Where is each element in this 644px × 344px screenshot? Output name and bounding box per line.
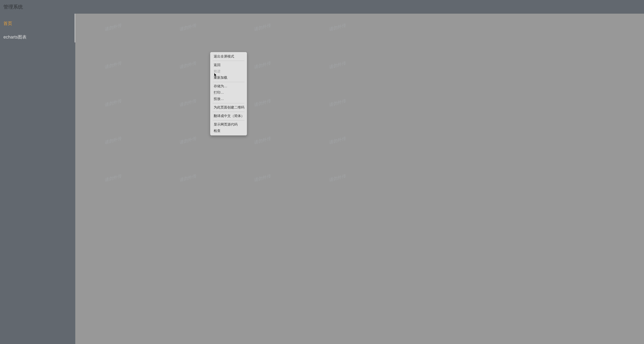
watermark: 请勿外传 — [253, 23, 272, 33]
content-area[interactable]: 请勿外传请勿外传请勿外传请勿外传请勿外传请勿外传请勿外传请勿外传请勿外传请勿外传… — [75, 14, 644, 344]
watermark: 请勿外传 — [253, 136, 272, 146]
watermark: 请勿外传 — [104, 173, 122, 183]
watermark: 请勿外传 — [178, 173, 197, 183]
header: 管理系统 — [0, 0, 644, 14]
context-menu-item[interactable]: 检查 — [210, 128, 247, 134]
context-menu-item[interactable]: 打印… — [210, 90, 247, 96]
context-menu-divider — [213, 112, 244, 112]
context-menu-item[interactable]: 退出全屏模式 — [210, 53, 247, 60]
context-menu-item[interactable]: 返回 — [210, 62, 247, 68]
sidebar-item-home[interactable]: 首页 — [0, 17, 75, 30]
context-menu-item[interactable]: 投放… — [210, 96, 247, 102]
watermark: 请勿外传 — [328, 136, 346, 146]
context-menu-item[interactable]: 存储为… — [210, 83, 247, 90]
sidebar-item-label: echarts图表 — [4, 34, 26, 40]
watermark: 请勿外传 — [178, 98, 197, 108]
context-menu-divider — [213, 120, 244, 120]
context-menu: 退出全屏模式返回前进重新加载存储为…打印…投放…为此页面创建二维码翻译成中文（简… — [210, 52, 247, 136]
sidebar-item-label: 首页 — [4, 21, 12, 26]
context-menu-divider — [213, 61, 244, 61]
context-menu-item[interactable]: 翻译成中文（简体） — [210, 113, 247, 119]
context-menu-divider — [213, 103, 244, 103]
main-container: 首页 echarts图表 请勿外传请勿外传请勿外传请勿外传请勿外传请勿外传请勿外… — [0, 14, 644, 344]
watermark: 请勿外传 — [253, 98, 272, 108]
watermark: 请勿外传 — [178, 23, 197, 33]
context-menu-item[interactable]: 为此页面创建二维码 — [210, 104, 247, 111]
watermark: 请勿外传 — [253, 173, 272, 183]
watermark: 请勿外传 — [328, 23, 346, 33]
watermark: 请勿外传 — [178, 136, 197, 146]
watermark: 请勿外传 — [253, 60, 272, 70]
watermark: 请勿外传 — [178, 60, 197, 70]
sidebar: 首页 echarts图表 — [0, 14, 75, 344]
watermark: 请勿外传 — [328, 60, 346, 70]
watermark: 请勿外传 — [104, 60, 122, 70]
app-title: 管理系统 — [4, 4, 23, 10]
watermark: 请勿外传 — [328, 173, 346, 183]
context-menu-item[interactable]: 重新加载 — [210, 75, 247, 81]
watermark: 请勿外传 — [104, 136, 122, 146]
context-menu-item: 前进 — [210, 68, 247, 75]
sidebar-item-echarts[interactable]: echarts图表 — [0, 30, 75, 44]
watermark: 请勿外传 — [104, 98, 122, 108]
watermark: 请勿外传 — [104, 23, 122, 33]
context-menu-divider — [213, 82, 244, 82]
watermark: 请勿外传 — [328, 98, 346, 108]
context-menu-item[interactable]: 显示网页源代码 — [210, 121, 247, 128]
